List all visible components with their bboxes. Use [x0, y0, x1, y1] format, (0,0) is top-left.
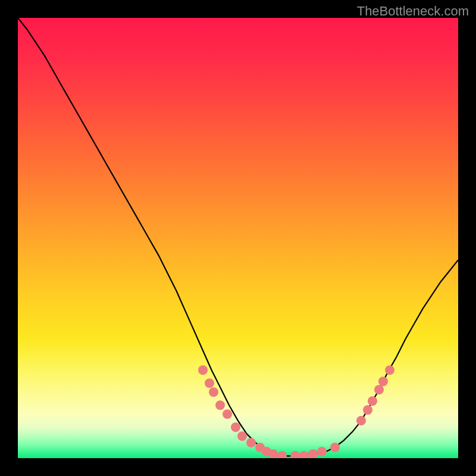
data-marker — [330, 443, 340, 452]
data-marker — [246, 438, 256, 447]
data-marker — [215, 400, 225, 410]
data-marker — [209, 387, 218, 397]
data-marker — [299, 451, 309, 458]
data-marker — [268, 449, 278, 458]
data-marker — [308, 449, 318, 458]
data-marker — [198, 365, 208, 375]
data-marker — [277, 451, 287, 458]
bottleneck-curve — [18, 18, 458, 458]
data-marker — [356, 416, 366, 425]
data-marker — [317, 447, 327, 456]
data-marker — [368, 396, 377, 406]
data-marker — [385, 365, 394, 375]
data-marker — [237, 431, 247, 441]
data-marker — [363, 405, 372, 415]
data-marker — [231, 422, 240, 432]
data-marker — [223, 409, 232, 419]
chart-area — [18, 18, 458, 458]
data-marker — [290, 451, 300, 458]
data-marker — [378, 377, 388, 386]
attribution-text: TheBottleneck.com — [357, 4, 469, 19]
data-marker — [374, 385, 384, 394]
data-marker — [205, 378, 214, 388]
